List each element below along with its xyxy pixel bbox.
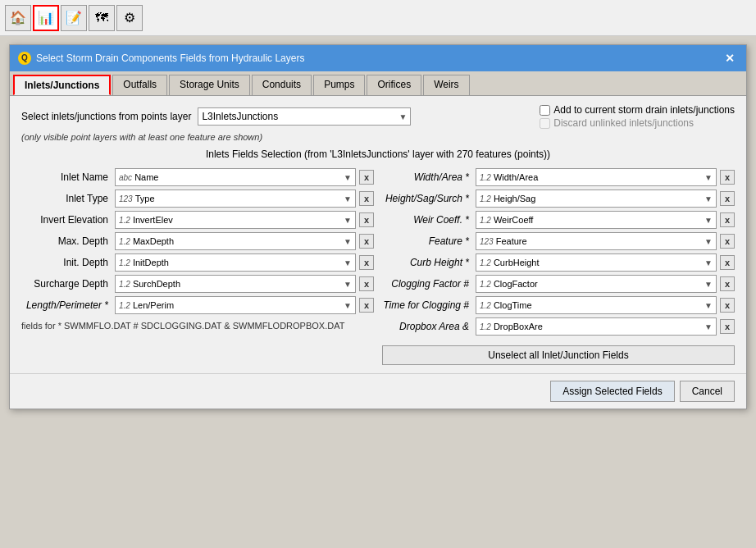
clear-invert-elev[interactable]: x bbox=[359, 212, 374, 227]
field-combo-inlet-type[interactable]: 123 Type ▼ bbox=[115, 190, 356, 208]
field-combo-init-depth[interactable]: 1.2 InitDepth ▼ bbox=[115, 253, 356, 272]
field-combo-length-perimeter[interactable]: 1.2 Len/Perim ▼ bbox=[115, 296, 356, 314]
qgis-icon: Q bbox=[18, 52, 31, 65]
assign-selected-button[interactable]: Assign Selected Fields bbox=[550, 381, 674, 402]
field-label-feature: Feature * bbox=[382, 235, 472, 247]
dialog-titlebar: Q Select Storm Drain Components Fields f… bbox=[10, 45, 746, 71]
add-current-row: Add to current storm drain inlets/juncti… bbox=[540, 104, 735, 116]
clear-height-sag[interactable]: x bbox=[720, 191, 735, 206]
clear-surcharge-depth[interactable]: x bbox=[359, 276, 374, 291]
layer-select-row: Select inlets/junctions from points laye… bbox=[21, 104, 735, 129]
tab-orifices[interactable]: Orifices bbox=[367, 75, 421, 95]
field-row-invert-elev: Invert Elevation 1.2 InvertElev ▼ x bbox=[21, 211, 374, 229]
unselect-all-button[interactable]: Unselect all Inlet/Junction Fields bbox=[382, 345, 735, 365]
field-combo-invert-elev[interactable]: 1.2 InvertElev ▼ bbox=[115, 211, 356, 229]
field-label-max-depth: Max. Depth bbox=[21, 235, 112, 247]
clear-length-perimeter[interactable]: x bbox=[359, 298, 374, 313]
field-row-init-depth: Init. Depth 1.2 InitDepth ▼ x bbox=[21, 253, 374, 272]
discard-unlinked-row: Discard unlinked inlets/junctions bbox=[540, 117, 735, 129]
clear-max-depth[interactable]: x bbox=[359, 234, 374, 249]
add-current-checkbox[interactable] bbox=[540, 105, 550, 116]
toolbar-btn-home[interactable]: 🏠 bbox=[5, 5, 31, 31]
field-row-max-depth: Max. Depth 1.2 MaxDepth ▼ x bbox=[21, 232, 374, 250]
tab-inlets-junctions[interactable]: Inlets/Junctions bbox=[13, 75, 111, 95]
tab-storage-units[interactable]: Storage Units bbox=[169, 75, 250, 95]
dialog: Q Select Storm Drain Components Fields f… bbox=[9, 44, 747, 409]
field-label-height-sag: Height/Sag/Surch * bbox=[382, 193, 472, 204]
toolbar-btn-settings[interactable]: ⚙ bbox=[116, 5, 143, 31]
field-row-clogging-factor: Clogging Factor # 1.2 ClogFactor ▼ x bbox=[382, 275, 735, 293]
field-label-curb-height: Curb Height * bbox=[382, 257, 472, 268]
field-combo-max-depth[interactable]: 1.2 MaxDepth ▼ bbox=[115, 232, 356, 250]
tab-pumps[interactable]: Pumps bbox=[313, 75, 365, 95]
layer-select-label: Select inlets/junctions from points laye… bbox=[21, 111, 191, 122]
tab-conduits[interactable]: Conduits bbox=[252, 75, 312, 95]
field-combo-curb-height[interactable]: 1.2 CurbHeight ▼ bbox=[476, 253, 717, 272]
field-row-surcharge-depth: Surcharge Depth 1.2 SurchDepth ▼ x bbox=[21, 275, 374, 293]
dialog-footer: Assign Selected Fields Cancel bbox=[10, 373, 746, 409]
field-combo-feature[interactable]: 123 Feature ▼ bbox=[476, 232, 717, 250]
cancel-button[interactable]: Cancel bbox=[680, 381, 735, 402]
toolbar: 🏠 📊 📝 🗺 ⚙ bbox=[0, 0, 756, 36]
dialog-title-left: Q Select Storm Drain Components Fields f… bbox=[18, 52, 304, 65]
field-label-inlet-name: Inlet Name bbox=[21, 171, 112, 183]
field-label-clogging-time: Time for Clogging # bbox=[382, 299, 472, 311]
field-row-curb-height: Curb Height * 1.2 CurbHeight ▼ x bbox=[382, 253, 735, 272]
field-row-width-area: Width/Area * 1.2 Width/Area ▼ x bbox=[382, 168, 735, 186]
field-row-dropbox-area: Dropbox Area & 1.2 DropBoxAre ▼ x bbox=[382, 317, 735, 336]
field-row-height-sag: Height/Sag/Surch * 1.2 Heigh/Sag ▼ x bbox=[382, 190, 735, 208]
field-combo-height-sag[interactable]: 1.2 Heigh/Sag ▼ bbox=[476, 190, 717, 208]
field-row-feature: Feature * 123 Feature ▼ x bbox=[382, 232, 735, 250]
field-row-length-perimeter: Length/Perimeter * 1.2 Len/Perim ▼ x bbox=[21, 296, 374, 314]
dialog-title-text: Select Storm Drain Components Fields fro… bbox=[36, 53, 304, 64]
field-label-inlet-type: Inlet Type bbox=[21, 193, 112, 204]
footer-note: fields for * SWMMFLO.DAT # SDCLOGGING.DA… bbox=[21, 321, 374, 331]
field-label-dropbox-area: Dropbox Area & bbox=[382, 321, 472, 332]
field-label-weir-coeff: Weir Coeff. * bbox=[382, 214, 472, 226]
clear-init-depth[interactable]: x bbox=[359, 255, 374, 270]
toolbar-btn-map[interactable]: 🗺 bbox=[89, 5, 115, 31]
clear-clogging-time[interactable]: x bbox=[720, 298, 735, 313]
toolbar-btn-edit[interactable]: 📝 bbox=[61, 5, 87, 31]
dialog-body: Select inlets/junctions from points laye… bbox=[10, 96, 746, 373]
close-button[interactable]: ✕ bbox=[722, 50, 738, 66]
field-combo-weir-coeff[interactable]: 1.2 WeirCoeff ▼ bbox=[476, 211, 717, 229]
layer-combo[interactable]: L3InletsJunctions ▼ bbox=[198, 107, 411, 126]
tab-outfalls[interactable]: Outfalls bbox=[112, 75, 167, 95]
dialog-overlay: Q Select Storm Drain Components Fields f… bbox=[0, 36, 756, 548]
clear-feature[interactable]: x bbox=[720, 234, 735, 249]
toolbar-btn-chart[interactable]: 📊 bbox=[33, 5, 59, 31]
field-label-length-perimeter: Length/Perimeter * bbox=[21, 299, 112, 311]
options-checkboxes: Add to current storm drain inlets/juncti… bbox=[540, 104, 735, 129]
field-row-inlet-name: Inlet Name abc Name ▼ x bbox=[21, 168, 374, 186]
layer-combo-arrow: ▼ bbox=[399, 112, 408, 121]
field-row-weir-coeff: Weir Coeff. * 1.2 WeirCoeff ▼ x bbox=[382, 211, 735, 229]
layer-combo-value: L3InletsJunctions bbox=[202, 111, 278, 122]
field-combo-clogging-factor[interactable]: 1.2 ClogFactor ▼ bbox=[476, 275, 717, 293]
field-label-init-depth: Init. Depth bbox=[21, 257, 112, 268]
clear-weir-coeff[interactable]: x bbox=[720, 212, 735, 227]
clear-width-area[interactable]: x bbox=[720, 170, 735, 185]
field-combo-width-area[interactable]: 1.2 Width/Area ▼ bbox=[476, 168, 717, 186]
clear-inlet-name[interactable]: x bbox=[359, 170, 374, 185]
clear-curb-height[interactable]: x bbox=[720, 255, 735, 270]
hint-text: (only visible point layers with at least… bbox=[21, 132, 735, 142]
field-combo-surcharge-depth[interactable]: 1.2 SurchDepth ▼ bbox=[115, 275, 356, 293]
field-row-clogging-time: Time for Clogging # 1.2 ClogTime ▼ x bbox=[382, 296, 735, 314]
field-label-surcharge-depth: Surcharge Depth bbox=[21, 278, 112, 290]
tab-weirs[interactable]: Weirs bbox=[423, 75, 469, 95]
clear-clogging-factor[interactable]: x bbox=[720, 276, 735, 291]
section-title: Inlets Fields Selection (from 'L3InletsJ… bbox=[21, 148, 735, 160]
discard-unlinked-label: Discard unlinked inlets/junctions bbox=[553, 117, 694, 129]
field-combo-inlet-name[interactable]: abc Name ▼ bbox=[115, 168, 356, 186]
discard-unlinked-checkbox[interactable] bbox=[540, 118, 550, 129]
field-label-clogging-factor: Clogging Factor # bbox=[382, 278, 472, 290]
field-label-width-area: Width/Area * bbox=[382, 171, 472, 183]
clear-inlet-type[interactable]: x bbox=[359, 191, 374, 206]
field-combo-dropbox-area[interactable]: 1.2 DropBoxAre ▼ bbox=[476, 317, 717, 336]
field-combo-clogging-time[interactable]: 1.2 ClogTime ▼ bbox=[476, 296, 717, 314]
fields-right: Width/Area * 1.2 Width/Area ▼ x Height/S… bbox=[382, 168, 735, 365]
clear-dropbox-area[interactable]: x bbox=[720, 319, 735, 334]
field-row-inlet-type: Inlet Type 123 Type ▼ x bbox=[21, 190, 374, 208]
fields-container: Inlet Name abc Name ▼ x Inlet Type bbox=[21, 168, 735, 365]
